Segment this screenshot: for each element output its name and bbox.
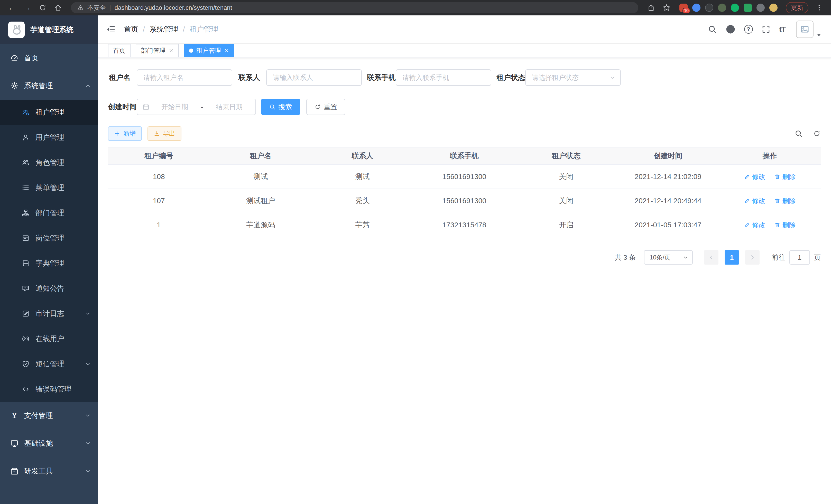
sidebar-item-tenant[interactable]: 租户管理 [0, 100, 98, 125]
chrome-update-button[interactable]: 更新 [786, 2, 808, 13]
table-search-toggle-icon[interactable] [795, 129, 803, 138]
tenant-name-input[interactable] [137, 69, 232, 86]
add-button[interactable]: 新增 [108, 126, 142, 141]
close-icon[interactable] [169, 48, 174, 53]
bookmark-star-icon[interactable] [660, 2, 673, 14]
sidebar-item-role[interactable]: 角色管理 [0, 150, 98, 175]
chevron-down-icon [85, 413, 91, 419]
sidebar-item-notice[interactable]: 通知公告 [0, 276, 98, 301]
cell-phone: 15601691300 [413, 165, 515, 189]
sidebar-item-online-user[interactable]: 在线用户 [0, 326, 98, 351]
create-time-label: 创建时间 [108, 102, 137, 112]
menu-list-icon [22, 184, 30, 192]
browser-forward-icon[interactable]: → [21, 2, 34, 14]
tab-tenant[interactable]: 租户管理 [184, 44, 234, 57]
sidebar-item-label: 字典管理 [35, 259, 91, 268]
breadcrumb-system[interactable]: 系统管理 [149, 24, 178, 34]
share-icon[interactable] [644, 2, 658, 14]
filter-status: 租户状态 请选择租户状态 [496, 69, 621, 86]
sidebar-item-menu[interactable]: 菜单管理 [0, 175, 98, 200]
sidebar-collapse-icon[interactable] [106, 24, 116, 34]
sidebar-item-home[interactable]: 首页 [0, 44, 98, 72]
help-icon[interactable]: ? [744, 25, 753, 34]
sidebar-item-audit-log[interactable]: 审计日志 [0, 301, 98, 326]
github-icon[interactable] [726, 24, 736, 34]
sidebar-item-dict[interactable]: 字典管理 [0, 251, 98, 276]
edit-link[interactable]: 修改 [744, 172, 766, 181]
table-row: 108 测试 测试 15601691300 关闭 2021-12-14 21:0… [108, 165, 821, 189]
url-text: dashboard.yudao.iocoder.cn/system/tenant [115, 4, 232, 11]
delete-label: 删除 [782, 172, 796, 181]
close-icon[interactable] [224, 48, 229, 53]
active-tab-dot [189, 49, 193, 53]
sidebar-item-system[interactable]: 系统管理 [0, 72, 98, 100]
page-number-current[interactable]: 1 [725, 250, 739, 265]
sidebar-item-error-code[interactable]: 错误码管理 [0, 377, 98, 402]
browser-reload-icon[interactable] [36, 2, 49, 14]
extension-puzzle-icon[interactable] [756, 4, 765, 12]
browser-home-icon[interactable] [51, 2, 65, 14]
contact-input[interactable] [266, 69, 362, 86]
page-size-select[interactable]: 10条/页 [644, 250, 693, 265]
sidebar-item-sms[interactable]: 短信管理 [0, 351, 98, 377]
sidebar-item-dev-tools[interactable]: 研发工具 [0, 457, 98, 485]
next-page-button[interactable] [745, 250, 760, 265]
status-label: 租户状态 [496, 73, 525, 83]
sidebar-item-label: 用户管理 [35, 132, 91, 142]
app-logo[interactable]: 芋道管理系统 [0, 16, 98, 44]
tab-home[interactable]: 首页 [108, 44, 131, 57]
browser-back-icon[interactable]: ← [5, 2, 19, 14]
sidebar-item-dept[interactable]: 部门管理 [0, 200, 98, 226]
table-toolbar: 新增 导出 [108, 126, 821, 141]
tab-dept[interactable]: 部门管理 [136, 44, 179, 57]
extension-icon[interactable] [692, 4, 700, 12]
date-range-picker[interactable]: 开始日期 - 结束日期 [137, 99, 256, 115]
table-refresh-icon[interactable] [813, 130, 821, 138]
org-tree-icon [22, 209, 30, 217]
extension-icon[interactable] [718, 4, 726, 12]
user-menu[interactable] [796, 21, 822, 38]
sidebar-item-user[interactable]: 用户管理 [0, 125, 98, 150]
sidebar-item-payment[interactable]: ¥ 支付管理 [0, 402, 98, 429]
reset-button[interactable]: 重置 [306, 99, 345, 115]
cell-status: 关闭 [515, 165, 617, 189]
goto-page-input[interactable] [790, 250, 810, 265]
page-size-value: 10条/页 [650, 253, 670, 262]
chevron-down-icon [609, 75, 616, 81]
search-icon[interactable] [708, 25, 717, 34]
prev-page-button[interactable] [704, 250, 718, 265]
fullscreen-icon[interactable] [762, 25, 770, 34]
tags-view-bar: 首页 部门管理 租户管理 [98, 44, 831, 58]
badge-icon [22, 234, 30, 242]
tenant-status-select[interactable]: 请选择租户状态 [525, 69, 621, 86]
edit-link[interactable]: 修改 [744, 197, 766, 206]
sidebar-menu: 首页 系统管理 租户管理 用户管理 角色管理 [0, 44, 98, 485]
export-button[interactable]: 导出 [147, 126, 181, 141]
delete-link[interactable]: 删除 [774, 197, 796, 206]
extension-icon[interactable] [705, 4, 713, 12]
gear-icon [10, 82, 19, 90]
phone-input[interactable] [396, 69, 491, 86]
delete-link[interactable]: 删除 [774, 172, 796, 181]
address-bar[interactable]: 不安全 | dashboard.yudao.iocoder.cn/system/… [71, 2, 638, 13]
font-size-icon[interactable]: tT [779, 25, 785, 34]
top-navbar: 首页 / 系统管理 / 租户管理 ? tT [98, 16, 831, 44]
sidebar-item-post[interactable]: 岗位管理 [0, 226, 98, 251]
cell-phone: 15601691300 [413, 189, 515, 213]
extension-icon[interactable] [769, 4, 778, 12]
sidebar-item-label: 支付管理 [24, 411, 79, 420]
sidebar-item-label: 角色管理 [35, 158, 91, 168]
edit-link[interactable]: 修改 [744, 221, 766, 230]
column-header: 联系人 [312, 147, 413, 165]
sidebar-item-label: 审计日志 [35, 309, 79, 319]
sidebar-item-infra[interactable]: 基础设施 [0, 429, 98, 457]
extension-icon[interactable] [744, 4, 752, 12]
sidebar-item-label: 基础设施 [24, 439, 79, 448]
breadcrumb-home[interactable]: 首页 [124, 24, 138, 34]
delete-link[interactable]: 删除 [774, 221, 796, 230]
extensions-row: 10 [679, 4, 778, 12]
browser-menu-icon[interactable] [812, 2, 826, 14]
extension-icon[interactable]: 10 [679, 4, 688, 12]
search-button[interactable]: 搜索 [261, 99, 300, 115]
extension-icon[interactable] [731, 4, 739, 12]
